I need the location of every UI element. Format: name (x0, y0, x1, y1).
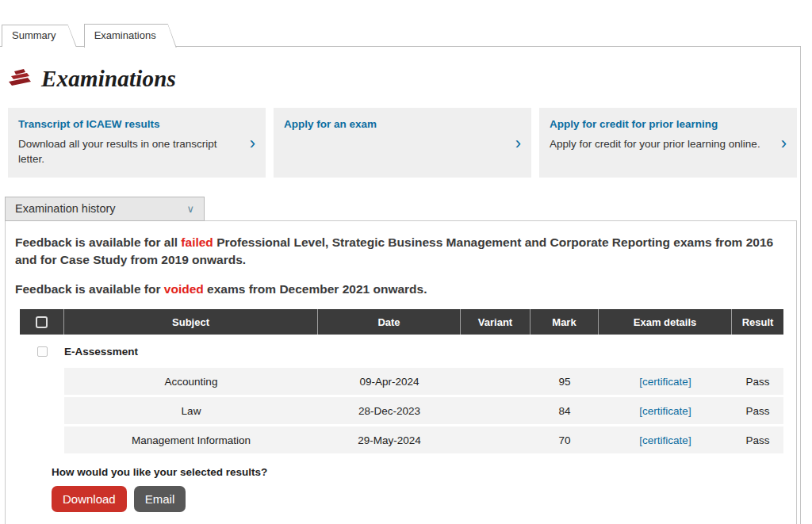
page-title: Examinations (41, 66, 176, 92)
cell-exam-details: [certificate] (599, 368, 732, 395)
header-mark: Mark (530, 309, 599, 335)
books-icon (8, 68, 32, 90)
tab-summary-label: Summary (2, 25, 77, 47)
tab-summary[interactable]: Summary (2, 25, 77, 47)
action-buttons: Download Email (52, 486, 787, 512)
cell-variant (461, 426, 530, 453)
header-variant: Variant (461, 309, 530, 335)
table-row: Accounting 09-Apr-2024 95 [certificate] … (64, 368, 783, 395)
cell-subject: Law (64, 397, 318, 424)
chevron-right-icon: › (250, 135, 255, 152)
header-result: Result (732, 309, 783, 335)
card-apply-exam-title: Apply for an exam (284, 118, 503, 130)
voided-highlight: voided (164, 282, 204, 296)
examination-history-dropdown[interactable]: Examination history ∨ (5, 197, 205, 221)
card-transcript[interactable]: Transcript of ICAEW results Download all… (8, 108, 266, 178)
chevron-right-icon: › (781, 135, 787, 152)
group-label: E-Assessment (64, 346, 138, 358)
tab-examinations[interactable]: Examinations (84, 24, 177, 48)
cell-subject: Accounting (64, 368, 318, 395)
cell-mark: 95 (530, 368, 599, 395)
examination-history-selected: Examination history (15, 202, 116, 215)
certificate-link[interactable]: [certificate] (639, 434, 691, 446)
card-apply-exam[interactable]: Apply for an exam › (274, 108, 531, 178)
cell-subject: Management Information (64, 426, 318, 453)
cell-variant (461, 397, 530, 424)
email-button[interactable]: Email (134, 486, 186, 512)
header-subject: Subject (64, 309, 318, 335)
tabs: Summary Examinations (2, 24, 177, 47)
cell-variant (461, 368, 530, 395)
cell-exam-details: [certificate] (599, 426, 732, 453)
tab-examinations-label: Examinations (84, 24, 177, 47)
feedback-line-1: Feedback is available for all failed Pro… (15, 234, 787, 270)
header-exam-details: Exam details (599, 309, 732, 335)
page-body: Examinations Transcript of ICAEW results… (0, 47, 801, 524)
feedback-notices: Feedback is available for all failed Pro… (15, 234, 787, 298)
failed-highlight: failed (181, 235, 213, 249)
table-header-row: Subject Date Variant Mark Exam details R… (20, 309, 783, 335)
download-button[interactable]: Download (52, 486, 127, 512)
certificate-link[interactable]: [certificate] (639, 376, 691, 388)
header-date: Date (318, 309, 461, 335)
card-transcript-title: Transcript of ICAEW results (18, 118, 237, 130)
group-checkbox[interactable] (37, 346, 48, 357)
tab-bar: Summary Examinations (0, 0, 801, 47)
card-credit-title: Apply for credit for prior learning (550, 118, 768, 130)
feedback-line-2: Feedback is available for voided exams f… (15, 281, 787, 298)
cell-date: 09-Apr-2024 (318, 368, 461, 395)
cell-result: Pass (732, 397, 783, 424)
exam-results-table: Subject Date Variant Mark Exam details R… (20, 309, 783, 453)
card-transcript-body: Download all your results in one transcr… (18, 137, 237, 167)
cell-mark: 70 (530, 426, 599, 453)
cell-result: Pass (732, 368, 783, 395)
group-checkbox-cell (20, 346, 64, 357)
cell-exam-details: [certificate] (599, 397, 732, 424)
chevron-right-icon: › (515, 135, 521, 152)
cell-date: 29-May-2024 (318, 426, 461, 453)
quick-link-cards: Transcript of ICAEW results Download all… (8, 108, 797, 178)
table-row: Law 28-Dec-2023 84 [certificate] Pass (64, 397, 783, 424)
selected-results-question: How would you like your selected results… (52, 466, 787, 478)
certificate-link[interactable]: [certificate] (639, 405, 691, 417)
card-credit-prior-learning[interactable]: Apply for credit for prior learning Appl… (539, 108, 797, 178)
chevron-down-icon: ∨ (186, 203, 194, 215)
page-header: Examinations (0, 47, 800, 92)
card-credit-body: Apply for credit for your prior learning… (550, 137, 768, 152)
select-all-cell (20, 309, 64, 335)
select-all-checkbox[interactable] (36, 316, 48, 328)
group-row-e-assessment: E-Assessment (20, 335, 783, 368)
cell-date: 28-Dec-2023 (318, 397, 461, 424)
cell-result: Pass (732, 426, 783, 453)
table-row: Management Information 29-May-2024 70 [c… (64, 426, 783, 453)
examination-history-panel: Feedback is available for all failed Pro… (5, 220, 797, 524)
cell-mark: 84 (530, 397, 599, 424)
